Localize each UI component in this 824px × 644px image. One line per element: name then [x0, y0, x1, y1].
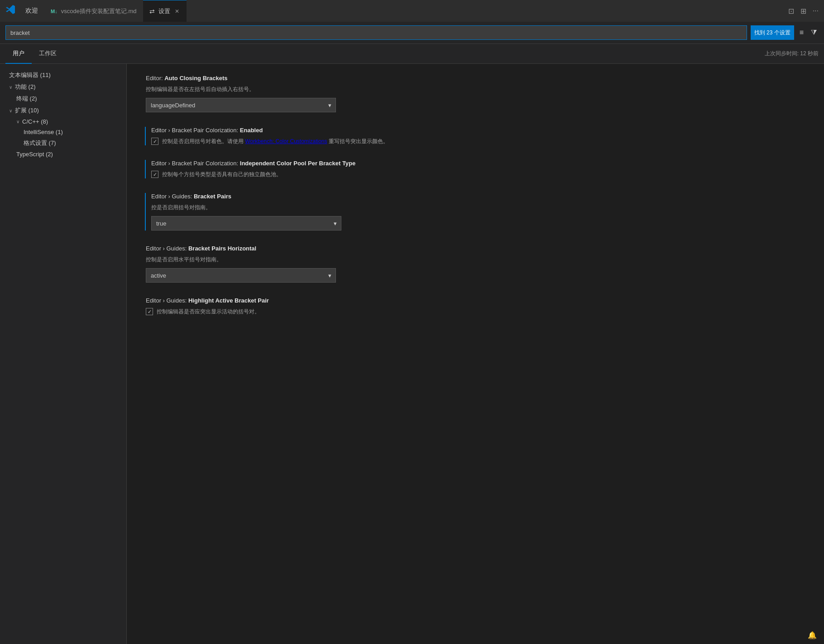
bracket-independent-checkbox[interactable]: ✓: [151, 171, 158, 178]
settings-tab-label: 设置: [158, 7, 170, 15]
setting-title-bold: Bracket Pairs Horizontal: [188, 245, 256, 252]
setting-highlight-active-bracket: Editor › Guides: Highlight Active Bracke…: [145, 297, 806, 316]
md-file-icon: M↓: [51, 9, 57, 14]
sidebar-item-extensions[interactable]: ∨ 扩展 (10): [0, 105, 126, 116]
sidebar-label: 功能 (2): [15, 83, 36, 91]
sidebar-label: IntelliSense (1): [24, 129, 63, 135]
titlebar-actions: ⊡ ⊞ ···: [788, 7, 819, 15]
welcome-tab[interactable]: 欢迎: [19, 0, 44, 22]
toggle-sidebar-icon[interactable]: ⊞: [800, 7, 806, 15]
search-bar: 找到 23 个设置 ≡ ⧩: [0, 22, 824, 44]
checkbox-label: 控制编辑器是否应突出显示活动的括号对。: [157, 308, 260, 316]
sync-time: 上次同步时间: 12 秒前: [765, 50, 819, 58]
setting-guides-bracket-pairs: Editor › Guides: Bracket Pairs 控是否启用括号对指…: [145, 193, 806, 231]
tab-user[interactable]: 用户: [5, 44, 32, 64]
sidebar-item-intellisense[interactable]: IntelliSense (1): [0, 127, 126, 137]
setting-desc: 控制编辑器是否在左括号后自动插入右括号。: [146, 85, 806, 93]
auto-closing-brackets-select[interactable]: languageDefined always beforeWhitespace …: [146, 98, 336, 112]
chevron-down-icon: ∨: [16, 119, 19, 124]
sidebar-item-terminal[interactable]: 终端 (2): [0, 93, 126, 105]
guides-bracket-pairs-select[interactable]: true false active: [151, 216, 341, 231]
checkbox-row: ✓ 控制编辑器是否应突出显示活动的括号对。: [146, 308, 806, 316]
guides-bracket-pairs-horizontal-select[interactable]: active true false: [146, 268, 336, 283]
titlebar: 欢迎 M↓ vscode插件安装配置笔记.md ⇄ 设置 ✕ ⊡ ⊞ ···: [0, 0, 824, 22]
checkbox-label: 控制是否启用括号对着色。请使用 Workbench: Color Customi…: [162, 137, 388, 145]
setting-title-bold: Bracket Pairs: [194, 193, 231, 200]
settings-tab-icon: ⇄: [149, 8, 155, 15]
bottom-bar: 🔔: [808, 626, 817, 644]
checkbox-label: 控制每个方括号类型是否具有自己的独立颜色池。: [162, 170, 282, 178]
main-area: 文本编辑器 (11) ∨ 功能 (2) 终端 (2) ∨ 扩展 (10) ∨ C…: [0, 64, 824, 644]
setting-bracket-pair-colorization-enabled: Editor › Bracket Pair Colorization: Enab…: [145, 127, 806, 145]
sidebar-item-cpp[interactable]: ∨ C/C++ (8): [0, 116, 126, 127]
filter-icon[interactable]: ⧩: [809, 27, 819, 38]
sidebar-item-format[interactable]: 格式设置 (7): [0, 137, 126, 149]
sidebar-item-typescript[interactable]: TypeScript (2): [0, 149, 126, 159]
setting-desc: 控是否启用括号对指南。: [151, 203, 806, 211]
chevron-down-icon: ∨: [9, 108, 12, 113]
search-result-badge: 找到 23 个设置: [751, 25, 794, 40]
search-input[interactable]: [5, 25, 747, 40]
md-file-label: vscode插件安装配置笔记.md: [61, 7, 137, 15]
checkbox-row: ✓ 控制每个方括号类型是否具有自己的独立颜色池。: [151, 170, 806, 178]
sidebar-label: 文本编辑器 (11): [9, 71, 51, 79]
more-actions-icon[interactable]: ···: [813, 7, 819, 15]
setting-title: Editor › Bracket Pair Colorization: Inde…: [151, 160, 806, 167]
setting-title: Editor › Guides: Highlight Active Bracke…: [146, 297, 806, 304]
md-file-tab[interactable]: M↓ vscode插件安装配置笔记.md: [44, 0, 143, 22]
settings-tab-close[interactable]: ✕: [174, 7, 180, 15]
setting-title-bold: Independent Color Pool Per Bracket Type: [240, 160, 355, 167]
sidebar-label: 终端 (2): [16, 95, 37, 103]
bracket-colorization-checkbox[interactable]: ✓: [151, 138, 158, 145]
setting-title: Editor › Guides: Bracket Pairs Horizonta…: [146, 245, 806, 252]
settings-tabs-row: 用户 工作区 上次同步时间: 12 秒前: [0, 44, 824, 64]
setting-title-bold: Highlight Active Bracket Pair: [188, 297, 269, 304]
color-customizations-link[interactable]: Workbench: Color Customizations: [245, 138, 327, 144]
sidebar-item-features[interactable]: ∨ 功能 (2): [0, 81, 126, 93]
sidebar: 文本编辑器 (11) ∨ 功能 (2) 终端 (2) ∨ 扩展 (10) ∨ C…: [0, 64, 127, 644]
settings-tab[interactable]: ⇄ 设置 ✕: [143, 0, 187, 22]
select-wrapper: true false active: [151, 216, 341, 231]
select-wrapper: active true false: [146, 268, 336, 283]
tab-workspace[interactable]: 工作区: [32, 44, 64, 64]
setting-title: Editor › Bracket Pair Colorization: Enab…: [151, 127, 806, 134]
select-wrapper: languageDefined always beforeWhitespace …: [146, 98, 336, 112]
setting-title-bold: Enabled: [240, 127, 263, 134]
checkmark-icon: ✓: [148, 309, 152, 314]
vscode-logo: [5, 5, 15, 17]
highlight-active-bracket-checkbox[interactable]: ✓: [146, 308, 153, 315]
sidebar-label: TypeScript (2): [16, 151, 53, 158]
setting-desc: 控制是否启用水平括号对指南。: [146, 255, 806, 264]
setting-title-bold: Auto Closing Brackets: [164, 75, 227, 82]
clear-search-icon[interactable]: ≡: [798, 27, 805, 38]
setting-guides-bracket-pairs-horizontal: Editor › Guides: Bracket Pairs Horizonta…: [145, 245, 806, 283]
search-action-icons: ≡ ⧩: [798, 27, 819, 38]
setting-title: Editor: Auto Closing Brackets: [146, 75, 806, 82]
bell-icon[interactable]: 🔔: [808, 631, 817, 639]
checkmark-icon: ✓: [153, 139, 157, 144]
sidebar-item-text-editor[interactable]: 文本编辑器 (11): [0, 69, 126, 81]
setting-title: Editor › Guides: Bracket Pairs: [151, 193, 806, 200]
sidebar-label: 格式设置 (7): [24, 139, 56, 147]
checkmark-icon: ✓: [153, 172, 157, 177]
checkbox-row: ✓ 控制是否启用括号对着色。请使用 Workbench: Color Custo…: [151, 137, 806, 145]
sidebar-label: C/C++ (8): [22, 118, 48, 125]
sidebar-label: 扩展 (10): [15, 106, 39, 115]
setting-bracket-pair-independent: Editor › Bracket Pair Colorization: Inde…: [145, 160, 806, 178]
setting-auto-closing-brackets: Editor: Auto Closing Brackets 控制编辑器是否在左括…: [145, 75, 806, 112]
split-editor-icon[interactable]: ⊡: [788, 7, 794, 15]
chevron-down-icon: ∨: [9, 85, 12, 90]
settings-content: Editor: Auto Closing Brackets 控制编辑器是否在左括…: [127, 64, 824, 644]
